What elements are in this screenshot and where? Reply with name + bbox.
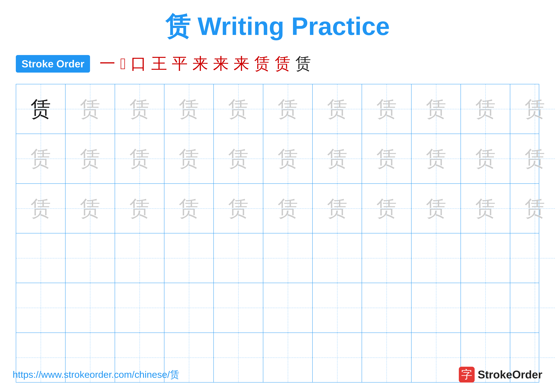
- grid-cell-3-8[interactable]: 赁: [362, 184, 411, 233]
- grid-cell-3-10[interactable]: 赁: [461, 184, 510, 233]
- footer: https://www.strokeorder.com/chinese/赁 字 …: [13, 367, 542, 383]
- stroke-5: 平: [172, 53, 188, 74]
- grid-cell-4-6[interactable]: [263, 233, 313, 283]
- grid-cell-3-2[interactable]: 赁: [66, 184, 115, 233]
- stroke-1: 一: [100, 53, 115, 74]
- grid-cell-4-7[interactable]: [313, 233, 362, 283]
- grid-cell-2-9[interactable]: 赁: [411, 134, 461, 183]
- footer-url: https://www.strokeorder.com/chinese/赁: [13, 368, 179, 381]
- grid-cell-1-8[interactable]: 赁: [362, 84, 411, 134]
- grid-cell-3-5[interactable]: 赁: [214, 184, 263, 233]
- grid-cell-1-6[interactable]: 赁: [263, 84, 313, 134]
- grid-cell-5-5[interactable]: [214, 283, 263, 332]
- stroke-7: 来: [213, 53, 229, 74]
- grid-cell-1-7[interactable]: 赁: [313, 84, 362, 134]
- stroke-6: 来: [192, 53, 208, 74]
- page-container: 赁 Writing Practice Stroke Order 一 𠃍 口 王 …: [0, 0, 555, 392]
- grid-cell-4-4[interactable]: [164, 233, 214, 283]
- grid-cell-3-9[interactable]: 赁: [411, 184, 461, 233]
- grid-cell-1-5[interactable]: 赁: [214, 84, 263, 134]
- grid-cell-4-9[interactable]: [411, 233, 461, 283]
- grid-cell-5-8[interactable]: [362, 283, 411, 332]
- grid-cell-3-3[interactable]: 赁: [115, 184, 164, 233]
- stroke-10: 赁: [275, 53, 291, 74]
- grid-cell-3-7[interactable]: 赁: [313, 184, 362, 233]
- grid-cell-1-2[interactable]: 赁: [66, 84, 115, 134]
- grid-cell-2-2[interactable]: 赁: [66, 134, 115, 183]
- grid-cell-5-6[interactable]: [263, 283, 313, 332]
- grid-cell-1-10[interactable]: 赁: [461, 84, 510, 134]
- stroke-9: 赁: [254, 53, 270, 74]
- grid-cell-5-9[interactable]: [411, 283, 461, 332]
- grid-cell-1-3[interactable]: 赁: [115, 84, 164, 134]
- practice-grid: 赁 赁 赁 赁 赁 赁 赁 赁 赁 赁 赁 赁 赁 赁 赁 赁 赁 赁 赁 赁 …: [16, 84, 539, 383]
- grid-cell-4-10[interactable]: [461, 233, 510, 283]
- grid-cell-5-10[interactable]: [461, 283, 510, 332]
- grid-cell-5-2[interactable]: [66, 283, 115, 332]
- grid-cell-3-6[interactable]: 赁: [263, 184, 313, 233]
- stroke-11: 赁: [295, 53, 311, 74]
- grid-row-3: 赁 赁 赁 赁 赁 赁 赁 赁 赁 赁 赁 赁 赁: [16, 184, 539, 233]
- grid-cell-2-3[interactable]: 赁: [115, 134, 164, 183]
- logo-icon: 字: [459, 367, 475, 383]
- grid-cell-4-3[interactable]: [115, 233, 164, 283]
- grid-cell-4-8[interactable]: [362, 233, 411, 283]
- grid-cell-1-9[interactable]: 赁: [411, 84, 461, 134]
- grid-cell-5-11[interactable]: [510, 283, 555, 332]
- grid-cell-4-11[interactable]: [510, 233, 555, 283]
- grid-cell-1-4[interactable]: 赁: [164, 84, 214, 134]
- stroke-8: 来: [234, 53, 249, 74]
- grid-cell-2-10[interactable]: 赁: [461, 134, 510, 183]
- grid-cell-2-1[interactable]: 赁: [16, 134, 66, 183]
- grid-row-4: [16, 233, 539, 283]
- grid-cell-2-7[interactable]: 赁: [313, 134, 362, 183]
- grid-cell-3-11[interactable]: 赁: [510, 184, 555, 233]
- grid-cell-2-5[interactable]: 赁: [214, 134, 263, 183]
- grid-cell-5-4[interactable]: [164, 283, 214, 332]
- grid-row-1: 赁 赁 赁 赁 赁 赁 赁 赁 赁 赁 赁 赁 赁: [16, 84, 539, 134]
- page-title: 赁 Writing Practice: [165, 9, 390, 44]
- stroke-4: 王: [151, 53, 167, 74]
- grid-cell-5-3[interactable]: [115, 283, 164, 332]
- char-dark: 赁: [30, 99, 51, 119]
- grid-cell-4-1[interactable]: [16, 233, 66, 283]
- grid-cell-2-11[interactable]: 赁: [510, 134, 555, 183]
- grid-row-2: 赁 赁 赁 赁 赁 赁 赁 赁 赁 赁 赁 赁 赁: [16, 134, 539, 184]
- stroke-3: 口: [131, 53, 146, 74]
- footer-logo: 字 StrokeOrder: [459, 367, 542, 383]
- grid-cell-2-6[interactable]: 赁: [263, 134, 313, 183]
- grid-cell-1-11[interactable]: 赁: [510, 84, 555, 134]
- stroke-sequence: 一 𠃍 口 王 平 来 来 来 赁 赁 赁: [100, 53, 311, 74]
- grid-cell-4-2[interactable]: [66, 233, 115, 283]
- grid-cell-5-1[interactable]: [16, 283, 66, 332]
- stroke-order-row: Stroke Order 一 𠃍 口 王 平 来 来 来 赁 赁 赁: [13, 53, 542, 74]
- grid-cell-5-7[interactable]: [313, 283, 362, 332]
- stroke-2: 𠃍: [120, 55, 126, 73]
- grid-cell-2-4[interactable]: 赁: [164, 134, 214, 183]
- stroke-order-badge: Stroke Order: [16, 55, 90, 73]
- grid-cell-2-8[interactable]: 赁: [362, 134, 411, 183]
- logo-text: StrokeOrder: [478, 368, 542, 381]
- grid-cell-3-1[interactable]: 赁: [16, 184, 66, 233]
- grid-cell-3-4[interactable]: 赁: [164, 184, 214, 233]
- grid-row-5: [16, 283, 539, 333]
- grid-cell-1-1[interactable]: 赁: [16, 84, 66, 134]
- grid-cell-4-5[interactable]: [214, 233, 263, 283]
